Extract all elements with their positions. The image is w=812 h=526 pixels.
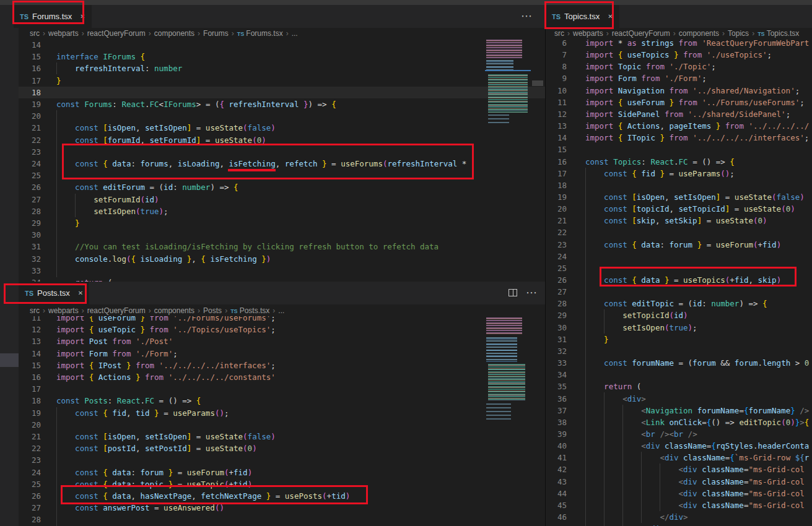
code-line[interactable]: 32 console.log({ isLoading }, { isFetchi… [19, 253, 545, 265]
code-line[interactable]: 27 [546, 286, 812, 298]
code-line[interactable]: 25 [546, 262, 812, 274]
code-line[interactable]: 42 <div className="ms-Grid-col [546, 463, 812, 475]
breadcrumb-item[interactable]: ... [290, 29, 299, 38]
code-line[interactable]: 23 const { data: forum } = useForum(+fid… [546, 239, 812, 251]
code-line[interactable]: 13import Post from './Post' [19, 335, 545, 347]
code-line[interactable]: 16const Topics: React.FC = () => { [546, 156, 812, 168]
code-line[interactable]: 18 [546, 179, 812, 191]
code-line[interactable]: 24 [546, 251, 812, 262]
code-line[interactable]: 7import { useTopics } from './useTopics'… [546, 49, 812, 61]
code-line[interactable]: 14import Form from './Form'; [19, 348, 545, 360]
code-line[interactable]: 33 [19, 265, 545, 277]
code-line[interactable]: 15interface IForums { [19, 51, 545, 63]
code-line[interactable]: 23 [19, 454, 545, 466]
tab-posts[interactable]: TS Posts.tsx ✕ [19, 282, 89, 304]
code-line[interactable]: 27 const answerPost = useAnswered() [19, 502, 545, 514]
code-line[interactable]: 31 //You can test isLoading/isFetching b… [19, 241, 545, 252]
code-line[interactable]: 19 const { fid, tid } = useParams(); [19, 407, 545, 419]
code-line[interactable]: 28 const editTopic = (id: number) => { [546, 298, 812, 309]
code-line[interactable]: 23 [19, 146, 545, 158]
code-line[interactable]: 11import { useForum } from '../Forums/us… [546, 97, 812, 108]
code-line[interactable]: 22 const [postId, setPostId] = useState(… [19, 442, 545, 454]
breadcrumb-item[interactable]: TSPosts.tsx [229, 306, 271, 315]
split-editor-icon[interactable] [509, 289, 517, 296]
code-line[interactable]: 37 <Navigation forumName={forumName} /> [546, 405, 812, 416]
code-line[interactable]: 35 return ( [546, 381, 812, 392]
code-line[interactable]: 16 refreshInterval: number [19, 63, 545, 74]
code-line[interactable]: 41 <div className={`ms-Grid-row ${r [546, 452, 812, 463]
code-line[interactable]: 31 } [546, 334, 812, 345]
breadcrumb-item[interactable]: Forums [202, 29, 230, 38]
breadcrumb-item[interactable]: reactQueryForum [86, 306, 147, 315]
code-line[interactable]: 33 const forumName = (forum && forum.len… [546, 357, 812, 369]
code-line[interactable]: 25 [19, 170, 545, 181]
code-line[interactable]: 20 [19, 419, 545, 431]
code-line[interactable]: 47 </div> [546, 523, 812, 526]
breadcrumb-item[interactable]: src [28, 29, 41, 38]
code-line[interactable]: 24 const { data: forum } = useForum(+fid… [19, 467, 545, 478]
breadcrumb-item[interactable]: Topics [727, 29, 750, 38]
code-line[interactable]: 14 [19, 39, 545, 51]
breadcrumb-item[interactable]: ... [277, 306, 286, 315]
code-line[interactable]: 22 [546, 226, 812, 238]
code-line[interactable]: 14import { ITopic } from '../../../../in… [546, 132, 812, 144]
code-line[interactable]: 26 const { data, hasNextPage, fetchNextP… [19, 490, 545, 502]
code-line[interactable]: 26 const { data } = useTopics(+fid, skip… [546, 274, 812, 286]
breadcrumb-item[interactable]: reactQueryForum [86, 29, 147, 38]
code-line[interactable]: 9import Form from './Form'; [546, 72, 812, 84]
code-line[interactable]: 15import { IPost } from '../../../../int… [19, 360, 545, 371]
code-line[interactable]: 18 [19, 87, 545, 98]
left-strip-scroll-thumb[interactable] [0, 353, 19, 367]
tab-topics[interactable]: TS Topics.tsx ✕ [546, 5, 619, 28]
code-line[interactable]: 21 const [isOpen, setIsOpen] = useState(… [19, 122, 545, 134]
code-line[interactable]: 30 [19, 229, 545, 241]
minimap-forums[interactable] [485, 38, 545, 187]
minimap-posts[interactable] [485, 316, 545, 440]
code-line[interactable]: 12import { useTopic } from '../Topics/us… [19, 324, 545, 335]
tab-forums[interactable]: TS Forums.tsx ✕ [14, 5, 92, 28]
code-line[interactable]: 34 return ( [19, 277, 545, 282]
code-line[interactable]: 38 <Link onClick={() => editTopic(0)}>{ [546, 416, 812, 428]
scrollbar-thumb[interactable] [532, 80, 543, 86]
code-line[interactable]: 19 const [isOpen, setIsOpen] = useState(… [546, 191, 812, 203]
code-line[interactable]: 21 const [isOpen, setIsOpen] = useState(… [19, 431, 545, 442]
editor-topics[interactable]: 6import * as strings from 'ReactQueryFor… [546, 38, 812, 526]
code-line[interactable]: 44 <div className="ms-Grid-col [546, 488, 812, 499]
breadcrumb-item[interactable]: src [28, 306, 41, 315]
more-actions-icon[interactable]: ⋯ [526, 287, 537, 298]
breadcrumb-item[interactable]: TSForums.tsx [236, 29, 284, 38]
code-line[interactable]: 17 [19, 383, 545, 395]
code-line[interactable]: 21 const [skip, setSkip] = useState(0) [546, 215, 812, 226]
code-line[interactable]: 12import SidePanel from '../shared/SideP… [546, 108, 812, 120]
breadcrumb-item[interactable]: webparts [47, 29, 80, 38]
code-line[interactable]: 43 <div className="ms-Grid-col [546, 476, 812, 488]
breadcrumb-forums[interactable]: src›webparts›reactQueryForum›components›… [19, 28, 545, 38]
code-line[interactable]: 11import { useForum } from '../Forums/us… [19, 316, 545, 324]
code-line[interactable]: 34 [546, 369, 812, 381]
code-line[interactable]: 24 const { data: forums, isLoading, isFe… [19, 158, 545, 170]
breadcrumb-item[interactable]: Posts [202, 306, 223, 315]
code-line[interactable]: 17 const { fid } = useParams(); [546, 168, 812, 179]
code-line[interactable]: 46 </div> [546, 511, 812, 523]
breadcrumb-item[interactable]: src [553, 29, 565, 38]
close-icon[interactable]: ✕ [78, 290, 83, 296]
code-line[interactable]: 8import Topic from './Topic'; [546, 61, 812, 72]
code-line[interactable]: 39 <br /><br /> [546, 428, 812, 440]
editor-posts[interactable]: 11import { useForum } from '../Forums/us… [19, 316, 545, 526]
code-line[interactable]: 32 [546, 345, 812, 357]
code-line[interactable]: 19const Forums: React.FC<IForums> = ({ r… [19, 98, 545, 110]
code-line[interactable]: 13import { Actions, pageItems } from '..… [546, 120, 812, 132]
breadcrumb-item[interactable]: components [153, 306, 196, 315]
code-line[interactable]: 28 [19, 514, 545, 525]
code-line[interactable]: 10import Navigation from '../shared/Navi… [546, 85, 812, 97]
close-icon[interactable]: ✕ [608, 13, 613, 20]
code-line[interactable]: 25 const { data: topic } = useTopic(+tid… [19, 478, 545, 490]
code-line[interactable]: 20 const [topicId, setTopicId] = useStat… [546, 203, 812, 215]
breadcrumb-posts[interactable]: src›webparts›reactQueryForum›components›… [19, 304, 545, 316]
code-line[interactable]: 40 <div className={rqStyles.headerConta [546, 440, 812, 452]
code-line[interactable]: 16import { Actions } from '../../../../c… [19, 371, 545, 383]
code-line[interactable]: 27 setForumId(id) [19, 194, 545, 205]
code-line[interactable]: 20 [19, 110, 545, 122]
breadcrumb-item[interactable]: components [153, 29, 196, 38]
code-line[interactable]: 6import * as strings from 'ReactQueryFor… [546, 38, 812, 49]
